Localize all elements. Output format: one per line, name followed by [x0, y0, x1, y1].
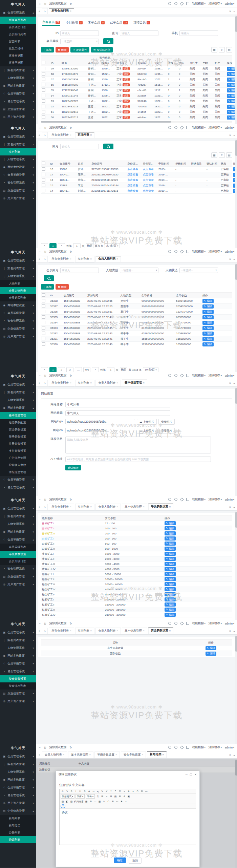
filter-input[interactable]: --请选择--	[120, 268, 158, 273]
sidebar-item[interactable]: ⋮ 实名列表管理 ▾	[0, 512, 36, 520]
clear-test-data-button[interactable]: 清除测试数据	[49, 621, 66, 626]
sidebar-item[interactable]: ▣ 会员管理系统 ▾	[0, 381, 36, 388]
view-idcard-front-link[interactable]: 点击查看	[126, 189, 142, 193]
dashboard-icon[interactable]: ◎	[44, 374, 46, 377]
refresh-icon[interactable]: ↻	[69, 374, 72, 377]
tag-icon[interactable]	[180, 2, 184, 5]
collapse-tabs-icon[interactable]: «	[38, 381, 41, 385]
sidebar-item[interactable]: 会员银行列表	[0, 31, 36, 38]
editor-tool-icon[interactable]: ⊠	[111, 800, 115, 803]
per-page-select[interactable]: 10 条/页▾	[143, 367, 158, 372]
sidebar-item[interactable]: 留言列表	[0, 38, 36, 45]
sidebar-item[interactable]: ▤ 企业信息管理 ▾	[0, 690, 36, 697]
edit-button[interactable]: ✎编辑	[165, 577, 176, 581]
sidebar-item[interactable]: ◎ 用户资产管理 ▾	[0, 113, 36, 121]
dashboard-icon[interactable]: ◎	[44, 250, 46, 253]
menu-toggle-icon[interactable]: ≡	[39, 2, 41, 5]
edit-button[interactable]: ✎编辑	[202, 342, 214, 346]
filter-tab[interactable]: 所有会员22	[42, 20, 60, 26]
close-tab-icon[interactable]: ×	[90, 629, 92, 632]
site-name-input[interactable]: 牛气冲天	[65, 402, 170, 407]
row-checkbox[interactable]	[42, 105, 45, 108]
sidebar-item[interactable]: ♢ 会员等级管理 ▾	[0, 90, 36, 98]
sidebar-item[interactable]: ◉ 网站参数设置 ▾	[0, 163, 36, 171]
sidebar-item[interactable]: ⋮ 人物管理系统 ▾	[0, 644, 36, 652]
view-idcard-back-link[interactable]: 点击查看	[142, 184, 157, 187]
sidebar-item[interactable]: ◉ 网站参数设置 ▾	[0, 776, 36, 784]
site-logo-input[interactable]: uploads/logo/20200605/16ba	[65, 419, 135, 424]
edit-button[interactable]: ✎编辑	[165, 521, 176, 525]
sidebar-item[interactable]: ▤ 企业信息管理 ▾	[0, 325, 36, 333]
user-menu[interactable]: admin▾	[225, 746, 234, 749]
editor-tool-icon[interactable]: ✎	[100, 789, 104, 793]
fullscreen-icon[interactable]	[186, 498, 189, 501]
fullscreen-icon[interactable]	[186, 374, 189, 377]
close-tab-icon[interactable]: ×	[70, 381, 71, 384]
sidebar-item[interactable]: ◔ 资金管理系统 ▾	[0, 98, 36, 105]
message-icon[interactable]	[174, 126, 177, 129]
clear-test-data-button[interactable]: 清除测试数据	[49, 497, 66, 502]
sidebar-item[interactable]: ♢ 会员等级管理 ▴	[0, 536, 36, 544]
sidebar-item[interactable]: ◎ 用户资产管理 ▾	[0, 333, 36, 340]
sidebar-item[interactable]: 短信参数配置	[0, 419, 36, 426]
edit-button[interactable]: ✎编辑	[165, 531, 176, 535]
vertical-scrollbar[interactable]	[235, 139, 237, 248]
user-menu[interactable]: admin▾	[225, 498, 234, 501]
jump-confirm-button[interactable]: 确定	[120, 367, 127, 372]
row-checkbox[interactable]	[42, 115, 45, 119]
sidebar-item[interactable]: 阶段收入参数	[0, 462, 36, 469]
prev-page-button[interactable]: ‹	[41, 367, 48, 372]
row-checkbox[interactable]	[42, 173, 45, 176]
columns-icon[interactable]: ▦	[211, 152, 217, 158]
row-checkbox[interactable]	[42, 83, 45, 86]
close-tab-icon[interactable]: ×	[115, 753, 117, 756]
lock-badge[interactable]: 锁定	[123, 94, 130, 97]
editor-tool-icon[interactable]: ▾	[131, 789, 135, 793]
edit-button[interactable]: ✎编辑	[165, 597, 176, 601]
row-checkbox[interactable]	[42, 67, 45, 70]
user-menu[interactable]: admin▾	[225, 126, 234, 129]
tab[interactable]: 资金参数设置×	[121, 751, 146, 758]
tab[interactable]: 实名列表×	[75, 504, 95, 510]
select-all-checkbox[interactable]	[42, 293, 45, 297]
tab[interactable]: 所有会员列表×	[49, 132, 74, 139]
tab[interactable]: 所有会员列表×	[49, 8, 74, 14]
more-tabs-icon[interactable]: »	[229, 133, 231, 137]
dashboard-icon[interactable]: ◎	[44, 746, 46, 749]
clear-cache-menu[interactable]: 清除缓存▾	[209, 745, 222, 749]
function-sim-menu[interactable]: 功能模拟▾	[192, 126, 206, 130]
function-sim-menu[interactable]: 功能模拟▾	[192, 497, 206, 502]
editor-tool-icon[interactable]: ¶	[96, 795, 100, 798]
select-all-checkbox[interactable]	[42, 162, 45, 165]
toolbar-button[interactable]: ✖删除	[56, 47, 69, 52]
close-icon[interactable]: ✕	[194, 773, 197, 776]
sidebar-item[interactable]: 协议列表	[0, 836, 36, 843]
editor-tool-icon[interactable]: ≡	[122, 789, 126, 793]
tab-actions-icon[interactable]: ⌄	[233, 629, 235, 633]
bell-icon[interactable]	[168, 622, 171, 625]
row-checkbox[interactable]	[42, 189, 45, 192]
close-tab-icon[interactable]: ×	[89, 753, 91, 756]
sidebar-item[interactable]: 资金流水列表	[0, 682, 36, 690]
menu-toggle-icon[interactable]: ≡	[39, 746, 41, 749]
edit-button[interactable]: ✎编辑	[202, 304, 214, 309]
jump-page-input[interactable]: 1	[107, 367, 114, 372]
collapse-tabs-icon[interactable]: «	[38, 753, 41, 757]
edit-button[interactable]: ✎编辑	[165, 557, 176, 561]
editor-tool-icon[interactable]: ✐	[105, 789, 109, 793]
clear-test-data-button[interactable]: 清除测试数据	[49, 2, 66, 6]
more-tabs-icon[interactable]: »	[229, 753, 231, 757]
close-tab-icon[interactable]: ×	[70, 257, 71, 260]
vertical-scrollbar[interactable]	[235, 15, 237, 124]
menu-toggle-icon[interactable]: ≡	[39, 250, 41, 253]
tab[interactable]: 实名列表×	[75, 628, 95, 634]
fullscreen-icon[interactable]	[186, 746, 189, 749]
sidebar-item[interactable]: ▤ 企业信息管理 ▾	[0, 187, 36, 194]
refresh-icon[interactable]: ↻	[69, 746, 72, 749]
edit-button[interactable]: ✎编辑	[165, 587, 176, 591]
editor-dropdown[interactable]: 段落格式▾	[61, 794, 74, 799]
editor-tool-icon[interactable]: A	[127, 789, 131, 793]
sidebar-item[interactable]: ⋮ 人物管理系统 ▾	[0, 396, 36, 404]
sidebar-item[interactable]: ◉ 网站参数设置 ▾	[0, 82, 36, 90]
sidebar-item[interactable]: ▤ 企业信息管理 ▾	[0, 573, 36, 580]
